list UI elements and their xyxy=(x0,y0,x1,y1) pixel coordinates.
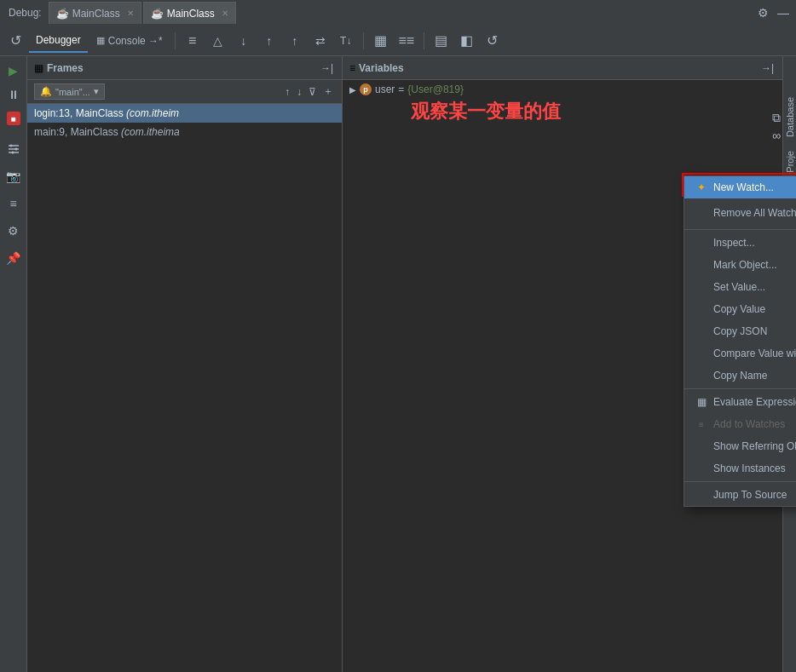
ctx-remove-watches[interactable]: Remove All Watches 右键 xyxy=(684,198,796,227)
copy-btn[interactable]: ⧉ xyxy=(772,111,781,125)
minimize-icon[interactable]: — xyxy=(774,6,793,20)
frame-down[interactable]: ↓ xyxy=(295,84,303,100)
btn-list[interactable]: ≡≡ xyxy=(395,29,418,53)
thread-icon: 🔔 xyxy=(40,86,52,97)
copy-name-icon xyxy=(695,369,708,382)
tab-debugger[interactable]: Debugger xyxy=(29,29,88,53)
btn-settings[interactable] xyxy=(3,138,25,160)
frame-item-login[interactable]: login:13, MainClass (com.itheim xyxy=(27,104,342,123)
divider-3 xyxy=(424,32,424,49)
btn-split[interactable]: ◧ xyxy=(455,29,479,53)
ctx-copy-value-label: Copy Value xyxy=(713,303,765,315)
ctx-show-instances[interactable]: Show Instances xyxy=(684,457,796,480)
ctx-add-watches-label: Add to Watches xyxy=(713,418,785,430)
ctx-show-instances-left: Show Instances xyxy=(695,462,786,475)
content-area: ▦ Frames →| 🔔 "main"... ▾ ↑ ↓ ⊽ ＋ login:… xyxy=(27,56,796,672)
ctx-copy-json[interactable]: Copy JSON xyxy=(684,320,796,342)
btn-layers[interactable]: ≡ xyxy=(3,192,25,215)
ctx-jump-source-left: Jump To Source xyxy=(695,488,787,502)
ctx-copy-name[interactable]: Copy Name xyxy=(684,365,796,387)
ctx-show-referring[interactable]: Show Referring Objects... xyxy=(684,435,796,457)
btn-resume[interactable]: ▶ xyxy=(3,60,25,82)
tab-close-1[interactable]: ✕ xyxy=(127,9,134,18)
frames-panel: ▦ Frames →| 🔔 "main"... ▾ ↑ ↓ ⊽ ＋ login:… xyxy=(27,56,343,672)
copy-value-icon xyxy=(695,302,708,316)
btn-step-into[interactable]: ↓ xyxy=(232,29,256,53)
frame-filter[interactable]: ⊽ xyxy=(307,84,318,100)
ctx-remove-watches-left: Remove All Watches xyxy=(695,206,796,220)
ctx-inspect[interactable]: Inspect... xyxy=(684,232,796,254)
ctx-set-value-label: Set Value... xyxy=(713,281,765,293)
ctx-compare[interactable]: Compare Value with Clipboard xyxy=(684,342,796,365)
tab-mainclass-2[interactable]: ☕ MainClass ✕ xyxy=(143,2,236,24)
tab-bar: Debug: ☕ MainClass ✕ ☕ MainClass ✕ ⚙ — xyxy=(0,0,796,26)
debug-label: Debug: xyxy=(3,7,47,19)
ctx-sep-3 xyxy=(684,481,796,482)
variables-title: Variables xyxy=(359,62,756,74)
btn-evaluate[interactable]: ⇄ xyxy=(309,29,332,53)
frames-title: Frames xyxy=(47,62,315,74)
show-instances-icon xyxy=(695,462,708,475)
show-referring-icon xyxy=(695,439,708,453)
ctx-set-value-left: Set Value... xyxy=(695,280,765,294)
ctx-remove-watches-label: Remove All Watches xyxy=(713,207,796,219)
btn-gear2[interactable]: ⚙ xyxy=(3,220,25,242)
svg-point-2 xyxy=(11,152,14,154)
divider-2 xyxy=(363,32,364,49)
refresh-button[interactable]: ↺ xyxy=(3,29,27,53)
console-label: Console →* xyxy=(108,35,163,47)
ctx-jump-source[interactable]: Jump To Source F4 xyxy=(684,484,796,506)
btn-restore[interactable]: ↺ xyxy=(481,29,505,53)
ctx-mark-object-label: Mark Object... xyxy=(713,259,777,271)
jump-source-icon xyxy=(695,488,708,502)
ctx-copy-name-left: Copy Name xyxy=(695,369,767,382)
ctx-sep-2 xyxy=(684,388,796,389)
tab-icon-2: ☕ xyxy=(151,8,164,20)
btn-stop[interactable]: ■ xyxy=(7,112,20,125)
frame-add[interactable]: ＋ xyxy=(321,83,335,101)
btn-grid[interactable]: ▦ xyxy=(369,29,393,53)
var-arrow[interactable]: ▶ xyxy=(349,85,356,95)
variables-pin[interactable]: →| xyxy=(759,60,776,76)
btn-step-out[interactable]: ↑ xyxy=(257,29,281,53)
thread-select[interactable]: 🔔 "main"... ▾ xyxy=(34,83,105,100)
compare-icon xyxy=(695,347,708,360)
svg-point-0 xyxy=(9,145,12,147)
tab-console[interactable]: ▦ Console →* xyxy=(89,29,170,53)
infinity-btn[interactable]: ∞ xyxy=(772,129,781,142)
ctx-new-watch-left: ✦ New Watch... xyxy=(695,181,774,194)
tab-icon-1: ☕ xyxy=(56,8,69,20)
frames-pin[interactable]: →| xyxy=(319,60,335,76)
tab-close-2[interactable]: ✕ xyxy=(222,9,228,18)
tab-mainclass-1[interactable]: ☕ MainClass ✕ xyxy=(49,2,141,24)
ctx-new-watch[interactable]: ✦ New Watch... Insert xyxy=(684,176,796,198)
btn-layout[interactable]: ▤ xyxy=(430,29,453,53)
gear-icon[interactable]: ⚙ xyxy=(754,6,772,20)
btn-pause[interactable]: ⏸ xyxy=(3,83,25,106)
ctx-set-value[interactable]: Set Value... F2 xyxy=(684,276,796,298)
tab-label-1: MainClass xyxy=(72,8,120,20)
ctx-mark-object[interactable]: Mark Object... F11 xyxy=(684,254,796,276)
ctx-copy-value[interactable]: Copy Value Ctrl+C xyxy=(684,298,796,320)
sidebar-tab-database[interactable]: Database xyxy=(783,90,797,144)
ctx-add-watches: ≡ Add to Watches xyxy=(684,413,796,435)
frame-up[interactable]: ↑ xyxy=(283,84,291,100)
btn-stop-wrap: ■ xyxy=(3,107,25,129)
svg-point-1 xyxy=(14,148,17,151)
ctx-new-watch-label: New Watch... xyxy=(713,181,774,193)
ctx-compare-left: Compare Value with Clipboard xyxy=(695,347,796,360)
thread-dropdown[interactable]: ▾ xyxy=(94,86,99,97)
btn-camera[interactable]: 📷 xyxy=(3,165,25,187)
btn-step-over[interactable]: △ xyxy=(206,29,230,53)
frames-toolbar: 🔔 "main"... ▾ ↑ ↓ ⊽ ＋ xyxy=(27,80,342,104)
annotation-zh-top: 观察某一变量的值 xyxy=(411,99,561,124)
ctx-evaluate[interactable]: ▦ Evaluate Expression... Alt+F8 xyxy=(684,391,796,413)
btn-align[interactable]: ≡ xyxy=(181,29,205,53)
btn-run-cursor[interactable]: ↑ xyxy=(283,29,307,53)
divider-1 xyxy=(175,32,176,49)
ctx-jump-source-label: Jump To Source xyxy=(713,489,787,501)
btn-t[interactable]: T↓ xyxy=(334,29,358,53)
ctx-show-instances-label: Show Instances xyxy=(713,462,786,474)
frame-item-main[interactable]: main:9, MainClass (com.itheima xyxy=(27,123,342,141)
btn-pin[interactable]: 📌 xyxy=(3,247,25,269)
